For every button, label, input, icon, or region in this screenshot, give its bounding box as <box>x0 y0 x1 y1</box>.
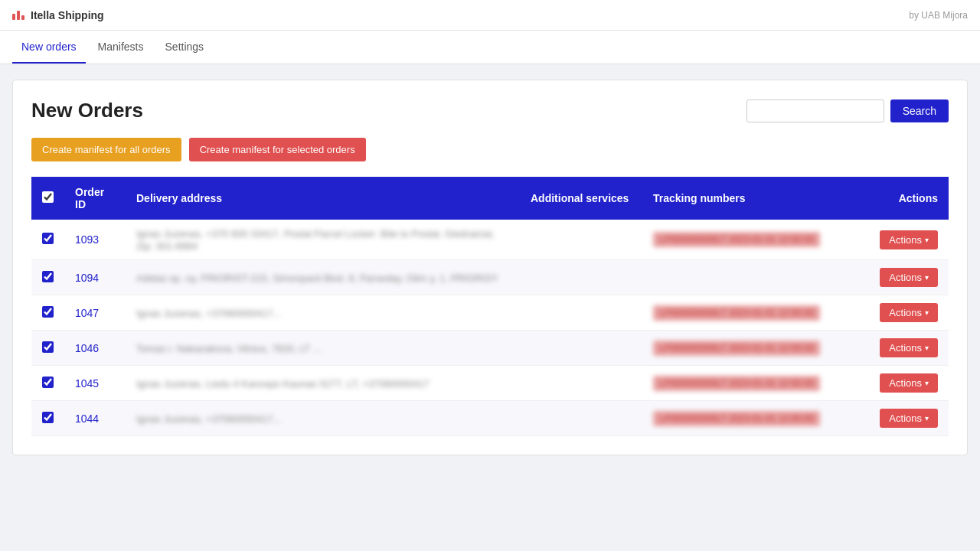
row-checkbox-cell <box>31 331 64 366</box>
actions-button[interactable]: Actions ▾ <box>880 230 938 249</box>
caret-icon: ▾ <box>925 344 929 352</box>
additional-services-cell <box>520 260 642 295</box>
order-id-cell: 1094 <box>64 260 126 295</box>
delivery-text: Adidas sp. oy, PRIORIST-215, Simonpard B… <box>136 272 498 284</box>
tracking-badge: LP000000000LT 2023-01-01 12:00:00 <box>653 341 820 356</box>
actions-button[interactable]: Actions ▾ <box>880 373 938 393</box>
table-header-row: Order ID Delivery address Additional ser… <box>31 177 949 220</box>
tracking-numbers-cell: LP000000000LT 2023-01-01 12:00:00 <box>642 401 857 436</box>
search-input[interactable] <box>746 99 884 122</box>
actions-cell: Actions ▾ <box>857 260 949 295</box>
table-row: 1094Adidas sp. oy, PRIORIST-215, Simonpa… <box>31 260 949 295</box>
select-all-header[interactable] <box>31 177 64 220</box>
order-id-cell: 1046 <box>64 331 126 366</box>
row-checkbox-cell <box>31 401 64 436</box>
additional-services-cell <box>520 295 642 331</box>
search-area: Search <box>746 99 949 122</box>
tracking-numbers-cell: LP000000000LT 2023-01-01 12:00:00 <box>642 366 857 401</box>
tab-navigation: New orders Manifests Settings <box>0 31 980 64</box>
tab-manifests[interactable]: Manifests <box>89 31 153 64</box>
tracking-badge: LP000000000LT 2023-01-01 12:00:00 <box>653 305 820 321</box>
tracking-numbers-cell: LP000000000LT 2023-01-01 12:00:00 <box>642 295 857 331</box>
table-row: 1046Tomas r. Nakazakova, Vilnius, 7820, … <box>31 331 949 366</box>
brand: Itella Shipping <box>12 9 104 21</box>
caret-icon: ▾ <box>925 273 929 282</box>
caret-icon: ▾ <box>925 379 929 387</box>
order-id-link[interactable]: 1045 <box>75 377 99 390</box>
tracking-badge: LP000000000LT 2023-01-01 12:00:00 <box>653 376 820 391</box>
order-id-link[interactable]: 1044 <box>75 412 99 425</box>
header-additional: Additional services <box>520 177 642 220</box>
order-id-cell: 1045 <box>64 366 126 401</box>
create-selected-button[interactable]: Create manifest for selected orders <box>189 138 366 161</box>
select-all-checkbox[interactable] <box>42 191 54 203</box>
tracking-numbers-cell <box>642 260 857 295</box>
delivery-address-cell: Adidas sp. oy, PRIORIST-215, Simonpard B… <box>126 260 520 295</box>
additional-services-cell <box>520 220 642 260</box>
tab-new-orders[interactable]: New orders <box>12 31 86 64</box>
row-checkbox-cell <box>31 366 64 401</box>
row-checkbox[interactable] <box>42 412 54 423</box>
navbar: Itella Shipping by UAB Mijora <box>0 0 980 31</box>
brand-icon <box>12 11 24 20</box>
delivery-address-cell: Tomas r. Nakazakova, Vilnius, 7820, LT .… <box>126 331 520 366</box>
order-id-link[interactable]: 1094 <box>75 272 99 284</box>
row-checkbox-cell <box>31 220 64 260</box>
action-buttons: Create manifest for all orders Create ma… <box>31 138 949 161</box>
delivery-address-cell: Ignas Juzenas, +37060000417... <box>126 295 520 331</box>
actions-button[interactable]: Actions ▾ <box>880 338 938 357</box>
create-all-button[interactable]: Create manifest for all orders <box>31 138 181 161</box>
caret-icon: ▾ <box>925 414 929 422</box>
actions-cell: Actions ▾ <box>857 220 949 260</box>
delivery-address-cell: Ignas Juzenas, Liedu 4 Kanceps Kaunas 52… <box>126 366 520 401</box>
order-id-link[interactable]: 1047 <box>75 307 99 319</box>
actions-button[interactable]: Actions ▾ <box>880 268 938 287</box>
row-checkbox[interactable] <box>42 233 54 244</box>
order-id-cell: 1093 <box>64 220 126 260</box>
header-tracking: Tracking numbers <box>642 177 857 220</box>
page-title: New Orders <box>31 99 143 122</box>
tab-settings[interactable]: Settings <box>156 31 214 64</box>
table-row: 1047Ignas Juzenas, +37060000417...LP0000… <box>31 295 949 331</box>
delivery-text: Ignas Juzenas, Liedu 4 Kanceps Kaunas 52… <box>136 378 429 390</box>
table-row: 1093Ignas Juzenas, +370 600 33417, Posta… <box>31 220 949 260</box>
delivery-text: Tomas r. Nakazakova, Vilnius, 7820, LT .… <box>136 343 321 354</box>
brand-name: Itella Shipping <box>31 9 104 21</box>
header-delivery: Delivery address <box>126 177 520 220</box>
additional-services-cell <box>520 366 642 401</box>
byline: by UAB Mijora <box>909 10 968 21</box>
header-order-id: Order ID <box>64 177 126 220</box>
row-checkbox[interactable] <box>42 341 54 353</box>
header-actions: Actions <box>857 177 949 220</box>
caret-icon: ▾ <box>925 236 929 244</box>
order-id-cell: 1044 <box>64 401 126 436</box>
search-button[interactable]: Search <box>890 99 949 122</box>
delivery-address-cell: Ignas Juzenas, +37060000417... <box>126 401 520 436</box>
order-id-link[interactable]: 1093 <box>75 233 99 246</box>
actions-cell: Actions ▾ <box>857 295 949 331</box>
delivery-text: Ignas Juzenas, +37060000417... <box>136 413 281 425</box>
tracking-numbers-cell: LP000000000LT 2023-01-01 12:00:00 <box>642 331 857 366</box>
row-checkbox[interactable] <box>42 271 54 282</box>
actions-cell: Actions ▾ <box>857 401 949 436</box>
row-checkbox[interactable] <box>42 306 54 318</box>
actions-button[interactable]: Actions ▾ <box>880 409 938 428</box>
table-row: 1045Ignas Juzenas, Liedu 4 Kanceps Kauna… <box>31 366 949 401</box>
actions-cell: Actions ▾ <box>857 331 949 366</box>
additional-services-cell <box>520 401 642 436</box>
tracking-numbers-cell: LP000000000LT 2023-01-01 12:00:00 <box>642 220 857 260</box>
order-id-link[interactable]: 1046 <box>75 342 99 354</box>
additional-services-cell <box>520 331 642 366</box>
delivery-address-cell: Ignas Juzenas, +370 600 33417, Postal Pa… <box>126 220 520 260</box>
caret-icon: ▾ <box>925 308 929 317</box>
order-id-cell: 1047 <box>64 295 126 331</box>
tracking-badge: LP000000000LT 2023-01-01 12:00:00 <box>653 411 820 426</box>
row-checkbox-cell <box>31 295 64 331</box>
delivery-text: Ignas Juzenas, +370 600 33417, Postal Pa… <box>136 228 495 252</box>
page-header: New Orders Search <box>31 99 949 122</box>
actions-button[interactable]: Actions ▾ <box>880 303 938 322</box>
row-checkbox-cell <box>31 260 64 295</box>
row-checkbox[interactable] <box>42 377 54 388</box>
orders-card: New Orders Search Create manifest for al… <box>12 80 968 455</box>
table-row: 1044Ignas Juzenas, +37060000417...LP0000… <box>31 401 949 436</box>
